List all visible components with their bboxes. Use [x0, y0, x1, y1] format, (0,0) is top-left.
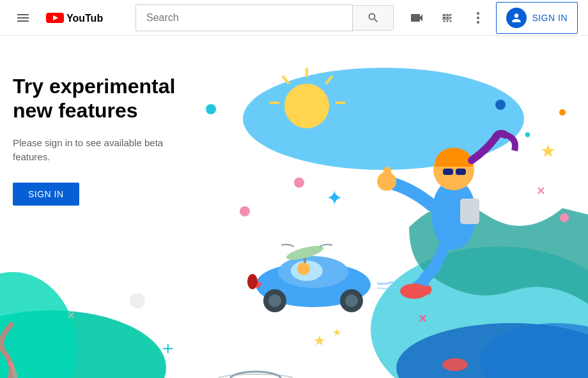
- sign-in-label: SIGN IN: [532, 13, 568, 23]
- svg-text:★: ★: [313, 333, 326, 349]
- svg-rect-41: [456, 169, 466, 175]
- svg-point-18: [284, 84, 329, 128]
- hero-subtitle: Please sign in to see available beta fea…: [13, 136, 192, 165]
- svg-point-7: [447, 17, 449, 19]
- svg-text:×: ×: [537, 183, 545, 199]
- hero-title: Try experimental new features: [13, 74, 192, 123]
- more-button[interactable]: [465, 5, 491, 31]
- svg-point-65: [217, 374, 294, 378]
- search-bar: [135, 4, 394, 31]
- svg-text:×: ×: [67, 307, 75, 323]
- svg-point-31: [268, 294, 281, 307]
- svg-point-57: [294, 178, 304, 188]
- svg-rect-43: [460, 199, 479, 224]
- svg-point-9: [444, 20, 445, 22]
- search-button[interactable]: [353, 5, 394, 31]
- svg-point-33: [345, 294, 358, 307]
- hero-text: Try experimental new features Please sig…: [13, 74, 192, 206]
- header-left: YouTube: [10, 5, 125, 31]
- svg-point-5: [450, 13, 452, 15]
- svg-text:★: ★: [540, 141, 556, 161]
- svg-point-62: [130, 293, 145, 308]
- svg-point-59: [560, 213, 569, 222]
- svg-point-6: [444, 17, 445, 19]
- svg-point-12: [477, 12, 479, 15]
- svg-point-11: [450, 20, 452, 22]
- svg-rect-45: [383, 167, 391, 181]
- svg-text:✦: ✦: [326, 186, 343, 209]
- header-right: SIGN IN: [404, 2, 578, 34]
- svg-point-14: [477, 21, 479, 24]
- apps-button[interactable]: [435, 5, 460, 31]
- youtube-logo[interactable]: YouTube: [46, 11, 104, 24]
- yt-logo-icon: YouTube: [46, 11, 104, 24]
- sign-in-button[interactable]: SIGN IN: [496, 2, 578, 34]
- svg-point-47: [442, 358, 468, 371]
- svg-point-56: [206, 104, 216, 114]
- hero-sign-in-button[interactable]: SIGN IN: [13, 183, 79, 206]
- svg-point-3: [444, 13, 445, 15]
- svg-point-13: [477, 17, 479, 19]
- svg-point-36: [297, 262, 310, 275]
- svg-text:×: ×: [419, 310, 427, 326]
- menu-button[interactable]: [10, 5, 36, 31]
- create-video-button[interactable]: [404, 5, 429, 31]
- main-content: + ● × × ★ ★ ★ ✦ × Try experimental new f…: [0, 36, 588, 378]
- svg-text:●: ●: [524, 128, 531, 140]
- search-input[interactable]: [136, 5, 352, 31]
- header: YouTube: [0, 0, 588, 36]
- svg-point-37: [247, 274, 258, 289]
- svg-point-8: [450, 17, 452, 19]
- search-input-wrap: [135, 4, 353, 31]
- svg-point-58: [240, 206, 250, 216]
- svg-point-4: [447, 13, 449, 15]
- svg-point-10: [447, 20, 449, 22]
- svg-point-60: [559, 109, 566, 116]
- svg-text:YouTube: YouTube: [66, 12, 104, 23]
- svg-point-55: [495, 100, 506, 110]
- avatar-icon: [506, 8, 527, 28]
- svg-text:+: +: [162, 338, 174, 359]
- svg-text:★: ★: [332, 327, 341, 338]
